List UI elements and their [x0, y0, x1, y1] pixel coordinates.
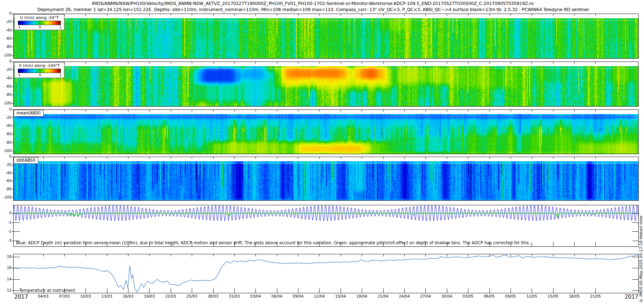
x-tick-label: 12/04 [309, 294, 329, 298]
y-tick-mark [12, 47, 13, 47]
x-tick-label: 18/05 [565, 294, 584, 298]
v-colorbar-title: V (m/s) along -144°T [15, 63, 64, 68]
colorbar-tick-label: 1 [59, 25, 62, 30]
y-tick-label: -3 [1, 239, 11, 243]
y-tick-mark [12, 231, 13, 232]
y-tick-label: 14 [1, 277, 11, 281]
y-tick-mark [12, 103, 13, 104]
colorbar-tick-label: 0 [39, 25, 41, 30]
y-tick-label: 0 [1, 155, 11, 159]
v-colorbar-gradient [18, 69, 61, 73]
x-tick-label: 19/03 [140, 294, 159, 298]
y-tick-mark [12, 134, 13, 134]
y-tick-label: 0 [1, 211, 11, 215]
v-velocity-heatmap-panel: V (m/s) along -144°T -101 [13, 62, 639, 107]
x-tick-label: 10/03 [76, 294, 95, 298]
y-tick-mark [12, 30, 13, 31]
y-tick-mark [12, 87, 13, 87]
x-axis-year-right: 2017 [616, 294, 638, 300]
y-tick-mark [12, 109, 13, 110]
u-colorbar-tick-labels: -101 [15, 25, 64, 30]
x-tick-label: 24/04 [395, 294, 414, 298]
y-tick-mark [12, 173, 13, 173]
x-tick-label: 15/04 [331, 294, 350, 298]
y-tick-mark [12, 55, 13, 56]
y-tick-label: -1 [1, 220, 11, 225]
x-tick-label: 21/04 [374, 294, 393, 298]
y-tick-label: 0 [1, 59, 11, 64]
x-tick-label: 28/03 [204, 294, 223, 298]
y-tick-mark [12, 213, 13, 214]
y-tick-mark [12, 22, 13, 22]
x-axis-year-left: 2017 [14, 294, 28, 300]
u-colorbar-legend: U (m/s) along -54°T -101 [14, 14, 64, 30]
x-tick-label: 03/05 [458, 294, 478, 298]
x-tick-label: 31/03 [225, 294, 244, 298]
y-tick-label: -40 [1, 28, 11, 33]
y-tick-label: 18 [1, 255, 11, 259]
y-tick-label: -100 [1, 101, 11, 106]
x-tick-label: 13/03 [97, 294, 117, 298]
figure-title: IMOS/ANMN/NSW/PH100/Velocity/IMOS_ANMN-N… [16, 1, 610, 6]
y-tick-label: -100 [1, 149, 11, 153]
y-tick-mark [12, 126, 13, 126]
y-tick-mark [12, 241, 13, 241]
x-tick-label: 25/03 [182, 294, 201, 298]
temperature-panel: Temperature at instrument [13, 254, 639, 293]
y-tick-mark [12, 257, 13, 257]
y-tick-mark [12, 189, 13, 190]
y-tick-label: -20 [1, 163, 11, 167]
y-tick-label: -60 [1, 132, 11, 136]
y-tick-label: -80 [1, 45, 11, 49]
y-tick-label: -80 [1, 187, 11, 191]
y-tick-label: -20 [1, 68, 11, 72]
colorbar-tick-label: 1 [59, 73, 62, 78]
x-tick-label: 06/05 [480, 294, 499, 298]
v-colorbar-legend: V (m/s) along -144°T -101 [14, 62, 64, 78]
mean-absi-heatmap [13, 109, 639, 154]
y-tick-mark [12, 95, 13, 95]
y-tick-label: 12 [1, 288, 11, 293]
colorbar-tick-label: -1 [17, 73, 20, 78]
y-tick-label: -2 [1, 229, 11, 234]
v-velocity-heatmap [13, 62, 639, 107]
x-tick-label: 09/04 [288, 294, 308, 298]
y-tick-mark [12, 279, 13, 280]
y-tick-label: -100 [1, 195, 11, 200]
y-tick-mark [12, 290, 13, 291]
x-tick-label: 30/04 [437, 294, 457, 298]
u-velocity-heatmap-panel: U (m/s) along -54°T -101 [13, 14, 639, 59]
u-velocity-heatmap [13, 14, 639, 59]
y-tick-mark [12, 143, 13, 143]
v-colorbar-tick-labels: -101 [15, 73, 64, 78]
std-absi-label: std(ABSI) [14, 157, 38, 164]
y-tick-label: -20 [1, 116, 11, 120]
y-tick-mark [12, 157, 13, 157]
y-tick-mark [12, 70, 13, 70]
y-tick-mark [12, 197, 13, 198]
u-colorbar-title: U (m/s) along -54°T [15, 15, 64, 20]
x-tick-label: 09/05 [501, 294, 520, 298]
adcp-velocity-figure: IMOS/ANMN/NSW/PH100/Velocity/IMOS_ANMN-N… [0, 0, 644, 304]
x-tick-label: 22/03 [161, 294, 180, 298]
y-tick-label: -100 [1, 53, 11, 58]
figure-subtitle: Deployment 26, member 1 lat=34.12S lon=1… [16, 7, 610, 12]
y-tick-mark [12, 151, 13, 151]
x-tick-label: 15/05 [543, 294, 563, 298]
x-tick-label: 03/04 [246, 294, 265, 298]
y-tick-label: -60 [1, 179, 11, 183]
y-tick-label: -60 [1, 84, 11, 89]
imos-watermark: © IMOS 05-May-2025 05:17:10 Hobart time [639, 165, 644, 303]
y-tick-label: 16 [1, 266, 11, 270]
temperature-label: Temperature at instrument [19, 288, 75, 293]
x-tick-label: 18/04 [352, 294, 371, 298]
y-tick-label: -60 [1, 36, 11, 41]
colorbar-tick-label: 0 [39, 73, 41, 78]
y-tick-label: -40 [1, 171, 11, 175]
x-tick-label: 21/05 [586, 294, 605, 298]
x-tick-label: 07/03 [55, 294, 74, 298]
y-tick-mark [12, 14, 13, 14]
std-absi-heatmap-panel: std(ABSI) [13, 157, 639, 201]
mean-absi-label: mean(ABSI) [14, 110, 44, 117]
y-tick-mark [12, 62, 13, 62]
